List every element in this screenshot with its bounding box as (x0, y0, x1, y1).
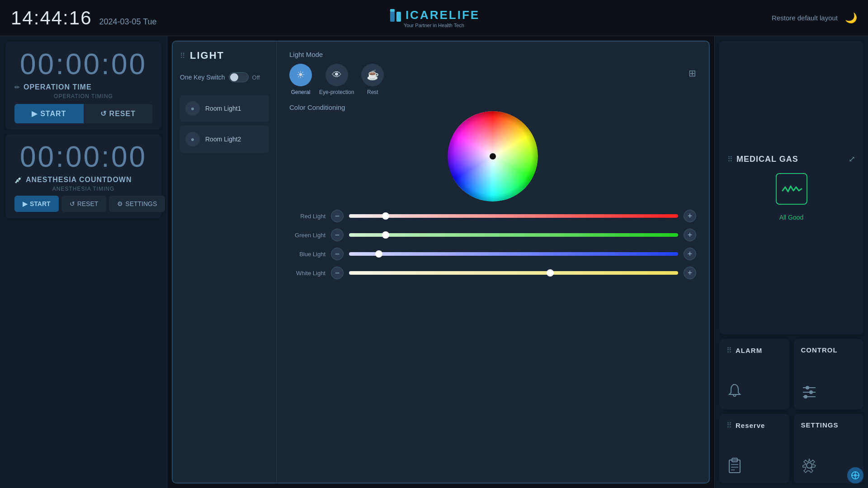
green-light-slider[interactable] (349, 233, 678, 237)
anesthesia-timer-sublabel: ANESTHESIA TIMING (14, 186, 152, 192)
topbar-left: 14:44:16 2024-03-05 Tue (11, 7, 157, 29)
room-light-1-item[interactable]: ● Room Light1 (180, 95, 269, 122)
gear-icon-sm: ⚙ (117, 200, 123, 207)
one-key-label: One Key Switch (180, 74, 225, 81)
color-wheel[interactable] (448, 111, 538, 202)
main-layout: 00:00:00 ✏ OPERATION TIME OPERATION TIMI… (0, 36, 868, 488)
svg-point-15 (807, 463, 812, 468)
white-light-row: White Light − + (289, 267, 696, 279)
light-panel: ⠿ LIGHT One Key Switch Off ● Room Light1… (172, 41, 710, 483)
operation-reset-button[interactable]: ↺ RESET (84, 104, 153, 123)
right-bottom-grid: ⠿ ALARM CONTROL (719, 339, 863, 483)
one-key-toggle[interactable] (229, 72, 249, 82)
green-light-plus-button[interactable]: + (684, 229, 696, 241)
red-light-minus-button[interactable]: − (331, 210, 344, 222)
drag-handle-icon: ⠿ (180, 52, 185, 60)
corner-badge[interactable] (847, 467, 863, 483)
topbar-center: ICARELIFE Your Partner in Health Tech (388, 8, 480, 28)
svg-point-17 (854, 474, 857, 477)
white-light-slider[interactable] (349, 271, 678, 275)
light-top-row: Light Mode ☀ General 👁 Eye-protection ☕ (289, 51, 696, 95)
light-mode-buttons: ☀ General 👁 Eye-protection ☕ Rest (289, 64, 384, 95)
restore-default-button[interactable]: Restore default layout (772, 14, 838, 22)
anesthesia-timer-card: 00:00:00 💉 ANESTHESIA COUNTDOWN ANESTHES… (5, 134, 161, 218)
blue-light-row: Blue Light − + (289, 248, 696, 260)
expand-icon[interactable]: ⊞ (689, 68, 696, 79)
blue-light-thumb[interactable] (375, 250, 382, 258)
blue-light-minus-button[interactable]: − (331, 248, 344, 260)
room-light-1-icon: ● (185, 101, 200, 116)
anesthesia-timer-label: ANESTHESIA COUNTDOWN (26, 176, 132, 184)
control-title-row: CONTROL (801, 346, 857, 354)
toggle-knob (230, 73, 238, 81)
red-light-label: Red Light (289, 213, 326, 220)
night-mode-icon[interactable]: 🌙 (845, 12, 857, 24)
topbar: 14:44:16 2024-03-05 Tue ICARELIFE Your P… (0, 0, 868, 36)
settings-title: SETTINGS (801, 421, 839, 429)
anesthesia-timer-buttons: ▶ START ↺ RESET ⚙ SETTINGS (14, 196, 152, 212)
control-sliders-icon (801, 383, 857, 402)
topbar-right: Restore default layout 🌙 (772, 12, 857, 24)
light-panel-title: LIGHT (190, 50, 224, 61)
mode-general-button[interactable]: ☀ General (289, 64, 312, 95)
pencil-icon: ✏ (14, 84, 20, 91)
light-main: Light Mode ☀ General 👁 Eye-protection ☕ (277, 42, 709, 483)
reset-icon: ↺ (100, 109, 107, 118)
alarm-card: ⠿ ALARM (719, 339, 789, 409)
alarm-title: ALARM (736, 347, 762, 354)
light-mode-section: Light Mode ☀ General 👁 Eye-protection ☕ (289, 51, 384, 95)
medical-gas-icon (776, 173, 807, 205)
room-light-2-icon: ● (185, 132, 200, 146)
color-conditioning-section: Color Conditioning (289, 103, 696, 202)
anesthesia-timer-label-row: 💉 ANESTHESIA COUNTDOWN (14, 176, 152, 184)
green-light-thumb[interactable] (382, 231, 389, 239)
sliders-icon (801, 383, 817, 399)
medical-gas-status: All Good (779, 214, 804, 221)
blue-light-plus-button[interactable]: + (684, 248, 696, 260)
anesthesia-settings-button[interactable]: ⚙ SETTINGS (109, 196, 165, 212)
logo-subtitle: Your Partner in Health Tech (404, 23, 464, 28)
reset-icon-sm: ↺ (70, 200, 75, 207)
green-light-minus-button[interactable]: − (331, 229, 344, 241)
syringe-icon: 💉 (14, 176, 22, 183)
light-title-row: ⠿ LIGHT (180, 50, 269, 61)
white-light-plus-button[interactable]: + (684, 267, 696, 279)
blue-light-slider[interactable] (349, 252, 678, 256)
red-light-slider[interactable] (349, 214, 678, 218)
operation-timer-label: OPERATION TIME (24, 83, 92, 91)
blue-light-label: Blue Light (289, 251, 326, 258)
red-light-thumb[interactable] (382, 212, 389, 220)
room-light-2-label: Room Light2 (205, 136, 241, 143)
medical-gas-title-row: ⠿ MEDICAL GAS ⤢ (727, 154, 855, 164)
anesthesia-start-button[interactable]: ▶ START (14, 196, 59, 212)
mode-rest-label: Rest (367, 89, 378, 95)
toggle-state-label: Off (252, 74, 260, 81)
white-light-minus-button[interactable]: − (331, 267, 344, 279)
medical-gas-expand-button[interactable]: ⤢ (849, 154, 855, 164)
clock-display: 14:44:16 (11, 7, 92, 29)
mode-eye-protection-button[interactable]: 👁 Eye-protection (319, 64, 354, 95)
svg-point-5 (806, 386, 809, 389)
one-key-row: One Key Switch Off (180, 72, 269, 82)
red-light-plus-button[interactable]: + (684, 210, 696, 222)
white-light-thumb[interactable] (547, 269, 554, 277)
operation-start-button[interactable]: ▶ START (14, 104, 84, 123)
anesthesia-timer-display: 00:00:00 (14, 142, 152, 171)
logo-icon (388, 8, 403, 23)
operation-timer-buttons: ▶ START ↺ RESET (14, 104, 152, 123)
mode-rest-icon: ☕ (361, 64, 384, 86)
logo-text: ICARELIFE (406, 8, 480, 22)
gear-icon-svg (801, 457, 817, 474)
white-light-label: White Light (289, 270, 326, 277)
light-sidebar: ⠿ LIGHT One Key Switch Off ● Room Light1… (173, 42, 277, 483)
anesthesia-reset-button[interactable]: ↺ RESET (61, 196, 107, 212)
control-card: CONTROL (794, 339, 864, 409)
right-panel: ⠿ MEDICAL GAS ⤢ All Good ⠿ ALARM (714, 36, 868, 488)
medical-gas-drag-handle: ⠿ (727, 155, 733, 164)
control-title: CONTROL (801, 346, 838, 354)
mode-eye-icon: 👁 (326, 64, 348, 86)
reserve-title-row: ⠿ Reserve (726, 421, 782, 430)
alarm-bell-icon (726, 383, 782, 402)
mode-rest-button[interactable]: ☕ Rest (361, 64, 384, 95)
room-light-2-item[interactable]: ● Room Light2 (180, 126, 269, 153)
